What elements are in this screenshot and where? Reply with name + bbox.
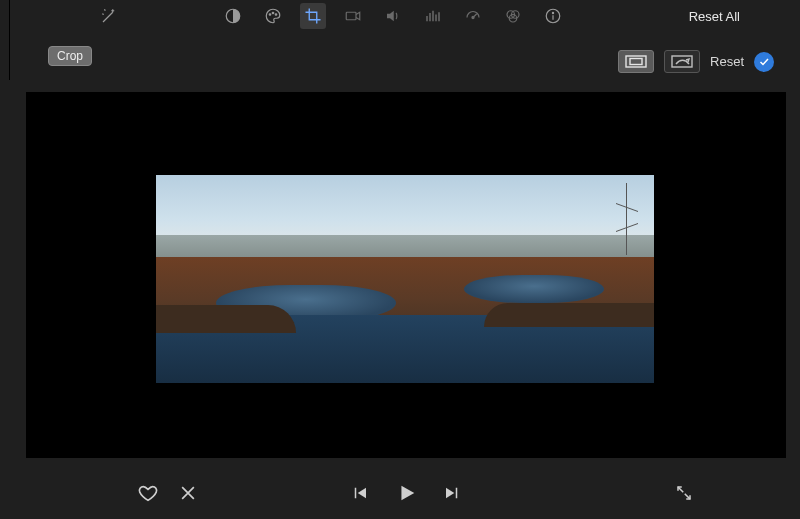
auto-enhance-icon[interactable]	[96, 3, 122, 29]
playback-bar	[26, 473, 786, 513]
crop-tooltip: Crop	[48, 46, 92, 66]
svg-rect-9	[438, 12, 440, 21]
color-palette-icon[interactable]	[260, 3, 286, 29]
svg-rect-5	[426, 16, 428, 21]
svg-rect-18	[672, 56, 692, 67]
svg-rect-17	[630, 59, 642, 65]
confirm-check-icon[interactable]	[754, 52, 774, 72]
play-icon[interactable]	[394, 481, 418, 505]
clip-thumbnail	[156, 175, 654, 383]
reject-icon[interactable]	[176, 481, 200, 505]
crop-icon[interactable]	[300, 3, 326, 29]
info-icon[interactable]	[540, 3, 566, 29]
svg-point-1	[269, 14, 271, 16]
stabilize-icon[interactable]	[340, 3, 366, 29]
svg-point-10	[472, 16, 474, 18]
audio-icon[interactable]	[380, 3, 406, 29]
svg-rect-20	[456, 488, 458, 499]
svg-rect-16	[626, 56, 646, 67]
crop-fit-button[interactable]	[618, 50, 654, 73]
svg-rect-7	[432, 11, 434, 22]
crop-kenburns-button[interactable]	[664, 50, 700, 73]
svg-rect-19	[355, 488, 357, 499]
crop-controls: Reset	[618, 50, 774, 73]
crop-reset-button[interactable]: Reset	[710, 54, 744, 69]
svg-point-2	[272, 12, 274, 14]
svg-rect-6	[429, 13, 431, 21]
next-frame-icon[interactable]	[440, 481, 464, 505]
speed-icon[interactable]	[460, 3, 486, 29]
favorite-icon[interactable]	[136, 481, 160, 505]
reset-all-button[interactable]: Reset All	[689, 9, 740, 24]
inspector-toolbar: Reset All	[10, 0, 800, 32]
svg-rect-4	[346, 12, 356, 20]
svg-point-3	[275, 14, 277, 16]
equalizer-icon[interactable]	[420, 3, 446, 29]
svg-point-15	[552, 12, 553, 13]
svg-rect-8	[435, 15, 437, 22]
color-filter-icon[interactable]	[500, 3, 526, 29]
video-preview[interactable]	[26, 92, 786, 458]
previous-frame-icon[interactable]	[348, 481, 372, 505]
color-balance-icon[interactable]	[220, 3, 246, 29]
fullscreen-icon[interactable]	[672, 481, 696, 505]
